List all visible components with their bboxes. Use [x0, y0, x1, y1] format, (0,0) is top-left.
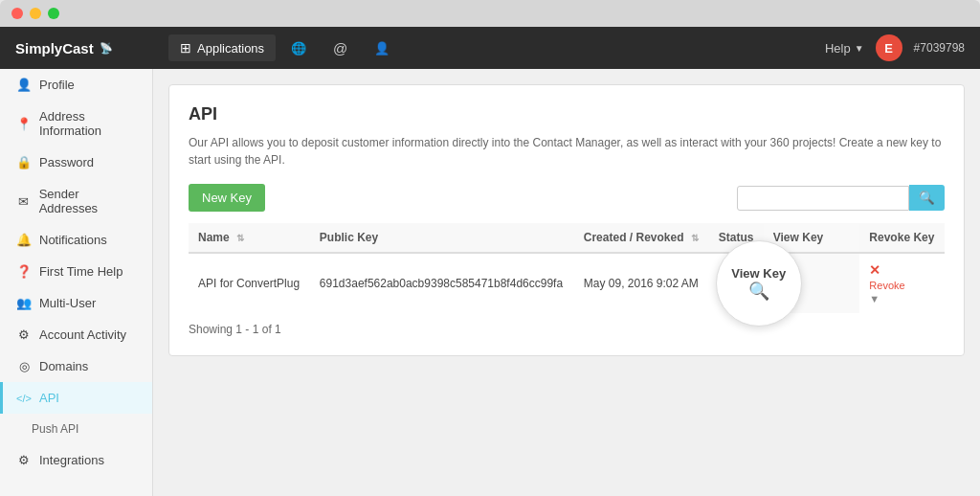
- domains-icon: ◎: [16, 359, 32, 373]
- user-icon: 👤: [16, 78, 32, 92]
- minimize-dot[interactable]: [30, 8, 41, 19]
- window-chrome: [0, 0, 980, 27]
- sidebar-item-domains[interactable]: ◎ Domains: [0, 350, 152, 382]
- bell-icon: 🔔: [16, 233, 32, 247]
- sidebar-label-activity: Account Activity: [39, 327, 126, 342]
- showing-text: Showing 1 - 1 of 1: [189, 323, 945, 336]
- signal-icon: 📡: [100, 42, 113, 55]
- sidebar-label-multiuser: Multi-User: [39, 296, 96, 310]
- search-box: 🔍: [737, 185, 945, 211]
- col-header-created: Created / Revoked ⇅: [574, 223, 709, 253]
- top-nav-right: Help ▼ E #7039798: [825, 34, 965, 61]
- table-row: API for ConvertPlug 691d3aef562ab0acb939…: [189, 253, 945, 313]
- cell-view-key: View Key 🔍 🔍: [764, 253, 860, 313]
- help-label: Help: [825, 41, 851, 56]
- cell-revoke-key: ✕ Revoke ▼: [859, 253, 945, 313]
- col-header-name: Name ⇅: [189, 223, 310, 253]
- table-container: Name ⇅ Public Key Created / Revoked ⇅: [189, 223, 945, 313]
- sidebar-label-profile: Profile: [39, 78, 75, 92]
- sidebar-label-firsttime: First Time Help: [39, 264, 122, 279]
- content-area: API Our API allows you to deposit custom…: [153, 69, 980, 496]
- sidebar-item-firsttime[interactable]: ❓ First Time Help: [0, 256, 152, 287]
- chevron-down-icon: ▼: [855, 43, 864, 54]
- envelope-icon: ✉: [16, 194, 32, 209]
- col-publickey-label: Public Key: [320, 231, 378, 244]
- revoke-x-icon: ✕: [869, 262, 880, 278]
- activity-icon: ⚙: [16, 327, 32, 342]
- user-icon: 👤: [374, 41, 390, 56]
- api-description: Our API allows you to deposit customer i…: [189, 134, 945, 169]
- toolbar: New Key 🔍: [189, 184, 945, 212]
- integrations-icon: ⚙: [16, 453, 32, 467]
- cell-public-key: 691d3aef562ab0acb9398c585471b8f4d6cc99fa: [310, 253, 574, 313]
- col-created-label: Created / Revoked: [584, 231, 684, 244]
- logo-text: SimplyCast: [15, 40, 94, 56]
- main-layout: 👤 Profile 📍 Address Information 🔒 Passwo…: [0, 69, 980, 496]
- revoke-button[interactable]: Revoke: [869, 280, 904, 291]
- nav-applications[interactable]: ⊞ Applications: [168, 34, 276, 61]
- api-card: API Our API allows you to deposit custom…: [168, 84, 965, 356]
- new-key-button[interactable]: New Key: [189, 184, 265, 212]
- sidebar-item-sender[interactable]: ✉ Sender Addresses: [0, 178, 152, 224]
- location-icon: 📍: [16, 117, 32, 131]
- sort-arrows-created[interactable]: ⇅: [691, 233, 699, 243]
- sidebar-label-integrations: Integrations: [39, 453, 104, 467]
- col-revokekey-label: Revoke Key: [869, 231, 934, 244]
- globe-icon: 🌐: [291, 41, 306, 56]
- sidebar-item-api[interactable]: </> API: [0, 382, 152, 414]
- grid-icon: ⊞: [180, 40, 191, 56]
- api-table: Name ⇅ Public Key Created / Revoked ⇅: [189, 223, 945, 313]
- maximize-dot[interactable]: [48, 8, 59, 19]
- users-icon: 👥: [16, 296, 32, 310]
- close-dot[interactable]: [11, 8, 23, 19]
- sidebar-item-activity[interactable]: ⚙ Account Activity: [0, 319, 152, 350]
- search-icon: 🔍: [919, 191, 935, 205]
- top-nav: SimplyCast 📡 ⊞ Applications 🌐 @ 👤 Help ▼…: [0, 27, 980, 69]
- nav-applications-label: Applications: [197, 41, 264, 56]
- col-name-label: Name: [198, 231, 230, 244]
- table-header-row: Name ⇅ Public Key Created / Revoked ⇅: [189, 223, 945, 253]
- col-header-public-key: Public Key: [310, 223, 574, 253]
- view-key-overlay[interactable]: View Key 🔍: [716, 240, 802, 327]
- sidebar-item-address[interactable]: 📍 Address Information: [0, 101, 152, 147]
- nav-globe[interactable]: 🌐: [279, 35, 318, 61]
- sidebar-item-notifications[interactable]: 🔔 Notifications: [0, 224, 152, 256]
- nav-at[interactable]: @: [322, 34, 359, 62]
- col-viewkey-label: View Key: [773, 231, 823, 244]
- code-icon: </>: [16, 393, 32, 404]
- sidebar-item-pushapi[interactable]: Push API: [0, 414, 152, 444]
- sidebar-label-sender: Sender Addresses: [39, 187, 139, 215]
- at-icon: @: [333, 40, 347, 56]
- cell-created: May 09, 2016 9:02 AM: [574, 253, 709, 313]
- sidebar-label-pushapi: Push API: [32, 422, 78, 436]
- lock-icon: 🔒: [16, 155, 32, 169]
- page-title: API: [189, 104, 945, 124]
- logo-area: SimplyCast 📡: [15, 40, 168, 56]
- top-nav-items: ⊞ Applications 🌐 @ 👤: [168, 34, 825, 62]
- question-icon: ❓: [16, 264, 32, 279]
- view-key-overlay-label: View Key: [731, 266, 786, 281]
- sidebar-label-address: Address Information: [39, 109, 139, 138]
- view-key-cell: View Key 🔍 🔍: [773, 275, 851, 293]
- sort-arrows-name[interactable]: ⇅: [236, 233, 244, 243]
- sidebar: 👤 Profile 📍 Address Information 🔒 Passwo…: [0, 69, 153, 496]
- sidebar-label-password: Password: [39, 155, 94, 169]
- cell-name: API for ConvertPlug: [189, 253, 310, 313]
- user-avatar[interactable]: E: [876, 34, 902, 61]
- sidebar-label-domains: Domains: [39, 359, 88, 373]
- sidebar-item-integrations[interactable]: ⚙ Integrations: [0, 444, 152, 476]
- search-input[interactable]: [737, 186, 909, 211]
- col-header-revoke-key: Revoke Key: [859, 223, 945, 253]
- sidebar-label-notifications: Notifications: [39, 233, 107, 247]
- sidebar-item-password[interactable]: 🔒 Password: [0, 147, 152, 178]
- sidebar-item-multiuser[interactable]: 👥 Multi-User: [0, 287, 152, 319]
- sidebar-label-api: API: [39, 391, 59, 405]
- help-button[interactable]: Help ▼: [825, 41, 864, 56]
- user-id: #7039798: [914, 41, 965, 55]
- nav-user[interactable]: 👤: [363, 35, 401, 61]
- sidebar-item-profile[interactable]: 👤 Profile: [0, 69, 152, 101]
- search-button[interactable]: 🔍: [909, 185, 945, 211]
- revoke-cell: ✕ Revoke ▼: [869, 262, 935, 304]
- magnify-icon: 🔍: [731, 281, 786, 302]
- revoke-dropdown-icon[interactable]: ▼: [869, 293, 880, 304]
